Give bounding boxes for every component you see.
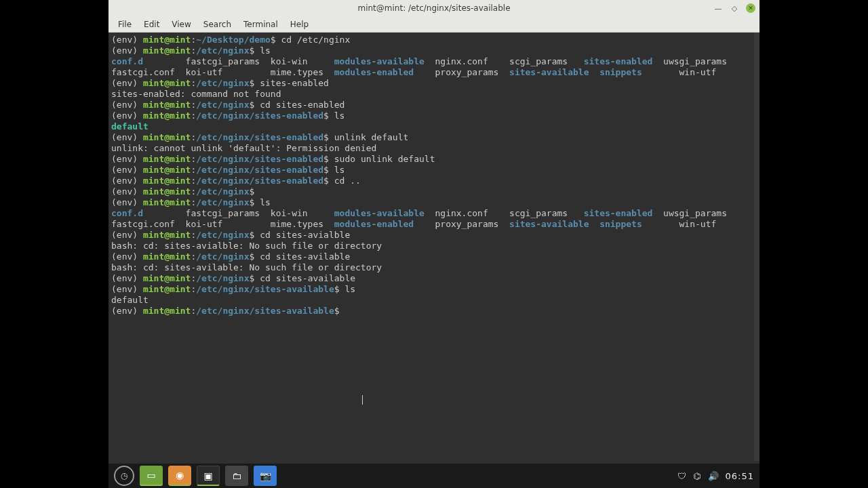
close-button[interactable]: ✕: [746, 3, 755, 13]
menu-edit[interactable]: Edit: [138, 18, 165, 30]
menubar: File Edit View Search Terminal Help: [108, 16, 760, 33]
menu-file[interactable]: File: [113, 18, 137, 30]
clock[interactable]: 06:51: [726, 471, 754, 481]
camera-icon: 📷: [260, 470, 271, 481]
maximize-button[interactable]: ◇: [730, 3, 739, 13]
firefox-icon: ◉: [176, 470, 184, 481]
minimize-button[interactable]: —: [713, 3, 723, 13]
menu-terminal[interactable]: Terminal: [238, 18, 283, 30]
task-firefox[interactable]: ◉: [168, 466, 191, 486]
terminal-output: (env) mint@mint:~/Desktop/demo$ cd /etc/…: [111, 35, 757, 317]
menu-launcher[interactable]: ◷: [114, 466, 134, 486]
task-files[interactable]: ▭: [140, 466, 163, 486]
folder-icon: ▭: [146, 470, 155, 481]
menu-help[interactable]: Help: [285, 18, 314, 30]
menu-view[interactable]: View: [166, 18, 196, 30]
menu-search[interactable]: Search: [198, 18, 237, 30]
system-tray: 🛡 ⌬ 🔊 06:51: [677, 471, 754, 481]
volume-icon[interactable]: 🔊: [708, 471, 719, 481]
window-title: mint@mint: /etc/nginx/sites-available: [357, 3, 510, 13]
titlebar[interactable]: mint@mint: /etc/nginx/sites-available — …: [108, 0, 760, 16]
task-terminal[interactable]: ▣: [197, 466, 220, 486]
scrollbar[interactable]: [754, 33, 760, 461]
mint-logo-icon: ◷: [121, 471, 127, 481]
update-icon[interactable]: 🛡: [677, 471, 686, 481]
terminal-icon: ▣: [203, 470, 212, 481]
text-cursor-icon: [362, 395, 363, 405]
task-folder[interactable]: 🗀: [225, 466, 248, 486]
terminal-window: mint@mint: /etc/nginx/sites-available — …: [108, 0, 760, 461]
network-icon[interactable]: ⌬: [693, 471, 701, 481]
terminal-body[interactable]: (env) mint@mint:~/Desktop/demo$ cd /etc/…: [108, 33, 760, 461]
folder-open-icon: 🗀: [232, 470, 241, 481]
task-screenshot[interactable]: 📷: [254, 466, 277, 486]
taskbar: ◷ ▭ ◉ ▣ 🗀 📷 🛡 ⌬ 🔊 06:51: [108, 464, 760, 488]
